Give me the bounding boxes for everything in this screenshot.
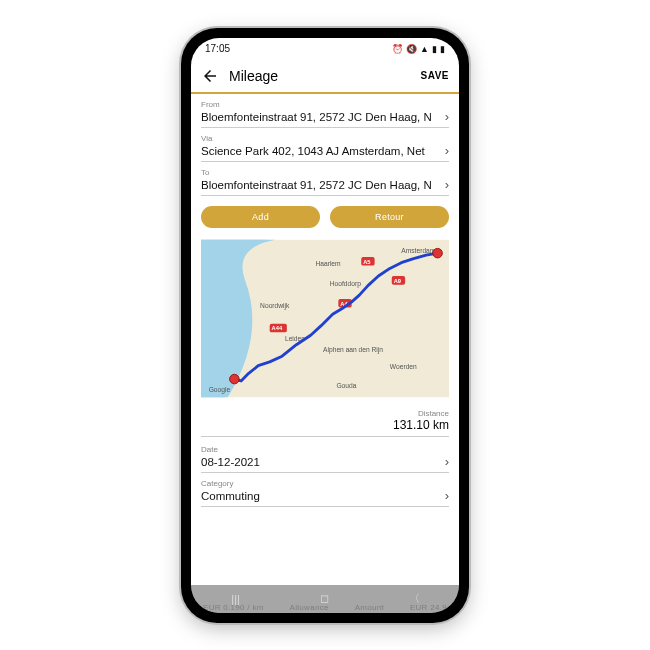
rate-value: EUR 0.190 / km	[203, 603, 264, 612]
date-value: 08-12-2021	[201, 454, 435, 470]
faded-footer-row: EUR 0.190 / km Allowance Amount EUR 24.9	[191, 603, 459, 612]
allowance-label: Allowance	[290, 603, 329, 612]
via-field[interactable]: Via Science Park 402, 1043 AJ Amsterdam,…	[201, 134, 449, 162]
retour-button[interactable]: Retour	[330, 206, 449, 228]
svg-text:Woerden: Woerden	[390, 362, 417, 369]
svg-text:Alphen aan den Rijn: Alphen aan den Rijn	[323, 346, 383, 354]
from-field[interactable]: From Bloemfonteinstraat 91, 2572 JC Den …	[201, 100, 449, 128]
date-label: Date	[201, 445, 449, 454]
chevron-right-icon[interactable]: ›	[435, 177, 449, 192]
signal-icon: ▮	[432, 44, 437, 54]
destination-marker-icon	[433, 248, 443, 258]
from-value: Bloemfonteinstraat 91, 2572 JC Den Haag,…	[201, 109, 435, 125]
svg-text:Hoofddorp: Hoofddorp	[330, 279, 361, 287]
content: From Bloemfonteinstraat 91, 2572 JC Den …	[191, 94, 459, 613]
distance-field: Distance 131.10 km	[201, 409, 449, 437]
battery-icon: ▮	[440, 44, 445, 54]
map-svg: A5 A9 A4 A44 Amsterdam Haarlem Hoofddorp…	[201, 236, 449, 401]
category-label: Category	[201, 479, 449, 488]
phone-frame: 17:05 ⏰ 🔇 ▲ ▮ ▮ Mileage SAVE From Bloemf…	[181, 28, 469, 623]
via-value: Science Park 402, 1043 AJ Amsterdam, Net	[201, 143, 435, 159]
wifi-icon: ▲	[420, 44, 429, 54]
back-button[interactable]	[201, 67, 223, 85]
svg-text:A9: A9	[394, 277, 401, 283]
category-value: Commuting	[201, 488, 435, 504]
vibrate-icon: 🔇	[406, 44, 417, 54]
status-bar: 17:05 ⏰ 🔇 ▲ ▮ ▮	[191, 38, 459, 60]
category-field[interactable]: Category Commuting ›	[201, 479, 449, 507]
distance-value: 131.10 km	[201, 418, 449, 432]
distance-label: Distance	[201, 409, 449, 418]
alarm-icon: ⏰	[392, 44, 403, 54]
button-row: Add Retour	[201, 206, 449, 228]
status-icons: ⏰ 🔇 ▲ ▮ ▮	[392, 44, 445, 54]
to-label: To	[201, 168, 449, 177]
svg-text:A5: A5	[363, 258, 371, 264]
svg-text:Haarlem: Haarlem	[315, 259, 341, 266]
route-map[interactable]: A5 A9 A4 A44 Amsterdam Haarlem Hoofddorp…	[201, 236, 449, 401]
map-attribution: Google	[209, 386, 231, 394]
to-field[interactable]: To Bloemfonteinstraat 91, 2572 JC Den Ha…	[201, 168, 449, 196]
chevron-right-icon[interactable]: ›	[435, 143, 449, 158]
from-label: From	[201, 100, 449, 109]
svg-text:A44: A44	[272, 325, 283, 331]
save-button[interactable]: SAVE	[421, 70, 450, 81]
chevron-right-icon[interactable]: ›	[435, 109, 449, 124]
svg-text:Gouda: Gouda	[336, 381, 356, 388]
amount-value: EUR 24.9	[410, 603, 447, 612]
svg-text:Noordwijk: Noordwijk	[260, 302, 290, 310]
chevron-right-icon[interactable]: ›	[435, 454, 449, 469]
page-title: Mileage	[229, 68, 421, 84]
via-label: Via	[201, 134, 449, 143]
status-time: 17:05	[205, 43, 230, 54]
to-value: Bloemfonteinstraat 91, 2572 JC Den Haag,…	[201, 177, 435, 193]
screen: 17:05 ⏰ 🔇 ▲ ▮ ▮ Mileage SAVE From Bloemf…	[191, 38, 459, 613]
add-button[interactable]: Add	[201, 206, 320, 228]
origin-marker-icon	[230, 374, 240, 384]
amount-label: Amount	[355, 603, 384, 612]
app-bar: Mileage SAVE	[191, 60, 459, 94]
chevron-right-icon[interactable]: ›	[435, 488, 449, 503]
date-field[interactable]: Date 08-12-2021 ›	[201, 445, 449, 473]
arrow-left-icon	[201, 67, 219, 85]
